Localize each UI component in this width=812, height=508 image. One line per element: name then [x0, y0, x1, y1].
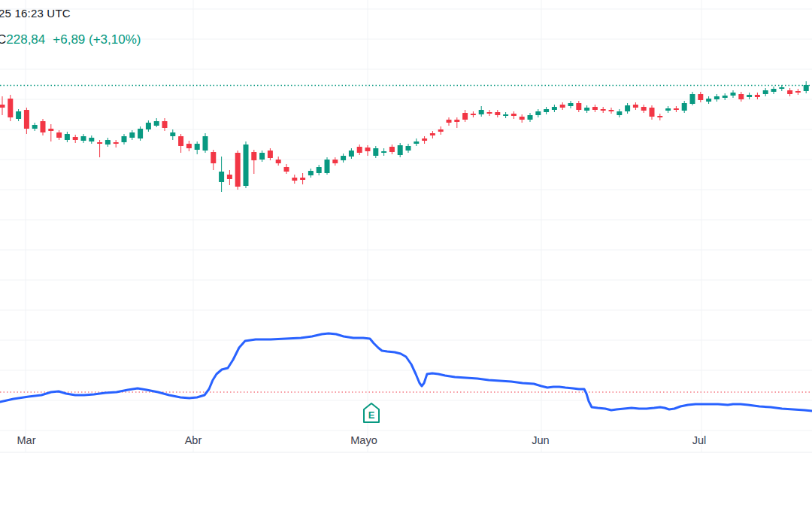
- candle-down[interactable]: [447, 120, 452, 123]
- candle-up[interactable]: [406, 146, 411, 151]
- candle-up[interactable]: [479, 110, 484, 114]
- candle-up[interactable]: [373, 148, 378, 156]
- candle-up[interactable]: [617, 111, 622, 115]
- candle-up[interactable]: [682, 103, 687, 111]
- candle-down[interactable]: [487, 112, 492, 114]
- candle-up[interactable]: [584, 108, 589, 111]
- candle-up[interactable]: [779, 87, 784, 89]
- time-axis-label-jun[interactable]: Jun: [532, 434, 549, 446]
- candle-up[interactable]: [195, 144, 200, 150]
- candle-down[interactable]: [300, 178, 305, 180]
- candle-up[interactable]: [341, 156, 346, 160]
- candle-down[interactable]: [520, 117, 525, 120]
- candle-down[interactable]: [48, 129, 53, 131]
- candle-down[interactable]: [495, 112, 500, 115]
- candle-up[interactable]: [129, 132, 135, 138]
- candle-down[interactable]: [650, 108, 655, 117]
- candle-down[interactable]: [560, 105, 565, 108]
- candle-up[interactable]: [528, 115, 533, 120]
- candle-up[interactable]: [747, 95, 752, 97]
- time-axis-label-mar[interactable]: Mar: [17, 434, 36, 446]
- candle-up[interactable]: [65, 134, 70, 140]
- candle-up[interactable]: [32, 125, 38, 129]
- candle-up[interactable]: [625, 105, 630, 111]
- candle-down[interactable]: [462, 113, 468, 120]
- candle-up[interactable]: [503, 114, 508, 116]
- candle-down[interactable]: [576, 103, 581, 110]
- indicator-line[interactable]: [0, 333, 812, 411]
- price-and-indicator-chart[interactable]: MarAbrMayoJunJulE: [0, 0, 812, 508]
- candle-down[interactable]: [738, 94, 744, 99]
- candle-down[interactable]: [389, 147, 395, 152]
- candle-up[interactable]: [690, 94, 695, 104]
- candle-down[interactable]: [41, 121, 46, 132]
- candle-down[interactable]: [186, 144, 192, 148]
- candle-down[interactable]: [657, 116, 662, 117]
- candle-down[interactable]: [698, 94, 703, 100]
- candle-up[interactable]: [16, 111, 21, 119]
- candle-down[interactable]: [332, 160, 338, 163]
- candle-down[interactable]: [609, 110, 614, 111]
- time-axis-label-jul[interactable]: Jul: [692, 434, 707, 446]
- candle-down[interactable]: [24, 110, 29, 129]
- candle-up[interactable]: [763, 90, 768, 94]
- candle-down[interactable]: [357, 147, 362, 153]
- candle-up[interactable]: [105, 140, 111, 144]
- candle-up[interactable]: [381, 151, 386, 153]
- candle-up[interactable]: [146, 123, 151, 129]
- time-axis-label-abr[interactable]: Abr: [185, 434, 202, 446]
- candle-down[interactable]: [235, 153, 241, 187]
- candle-up[interactable]: [170, 132, 175, 136]
- candle-down[interactable]: [755, 95, 760, 97]
- candle-up[interactable]: [138, 129, 143, 138]
- candle-up[interactable]: [544, 109, 549, 112]
- candle-up[interactable]: [349, 151, 354, 157]
- candle-down[interactable]: [284, 167, 289, 172]
- candle-up[interactable]: [723, 96, 728, 98]
- candle-up[interactable]: [317, 167, 322, 173]
- candle-down[interactable]: [438, 129, 444, 132]
- candle-down[interactable]: [211, 152, 216, 163]
- candle-up[interactable]: [568, 103, 574, 106]
- candle-down[interactable]: [114, 142, 119, 144]
- candle-up[interactable]: [81, 136, 86, 141]
- candle-down[interactable]: [0, 105, 5, 108]
- candle-up[interactable]: [89, 138, 94, 141]
- candle-up[interactable]: [714, 96, 720, 99]
- candle-up[interactable]: [219, 172, 224, 182]
- candle-up[interactable]: [731, 93, 736, 96]
- candle-up[interactable]: [203, 136, 208, 151]
- candle-down[interactable]: [178, 136, 183, 146]
- candle-up[interactable]: [804, 85, 809, 91]
- candle-down[interactable]: [97, 142, 102, 144]
- candle-down[interactable]: [454, 120, 459, 122]
- candle-up[interactable]: [665, 108, 671, 111]
- candle-down[interactable]: [511, 114, 517, 116]
- candle-down[interactable]: [795, 91, 801, 93]
- candle-down[interactable]: [641, 107, 647, 111]
- time-axis-label-mayo[interactable]: Mayo: [350, 434, 377, 446]
- candle-up[interactable]: [122, 136, 127, 142]
- candle-down[interactable]: [365, 148, 371, 151]
- candle-up[interactable]: [398, 145, 403, 155]
- candle-up[interactable]: [414, 141, 419, 144]
- candle-up[interactable]: [259, 153, 265, 160]
- candle-down[interactable]: [787, 90, 792, 94]
- candle-down[interactable]: [430, 133, 435, 135]
- candle-down[interactable]: [73, 137, 78, 140]
- candle-down[interactable]: [268, 151, 273, 158]
- candle-down[interactable]: [227, 175, 232, 179]
- candle-up[interactable]: [325, 160, 330, 173]
- candle-down[interactable]: [601, 109, 606, 111]
- candle-down[interactable]: [292, 178, 297, 181]
- candle-down[interactable]: [56, 132, 62, 138]
- candle-down[interactable]: [162, 121, 168, 128]
- candle-down[interactable]: [251, 152, 256, 160]
- candle-up[interactable]: [535, 111, 541, 115]
- candle-up[interactable]: [154, 121, 159, 126]
- candle-up[interactable]: [552, 107, 557, 110]
- candle-down[interactable]: [592, 107, 598, 110]
- candle-down[interactable]: [8, 99, 13, 117]
- candle-down[interactable]: [422, 138, 427, 141]
- candle-up[interactable]: [244, 144, 249, 186]
